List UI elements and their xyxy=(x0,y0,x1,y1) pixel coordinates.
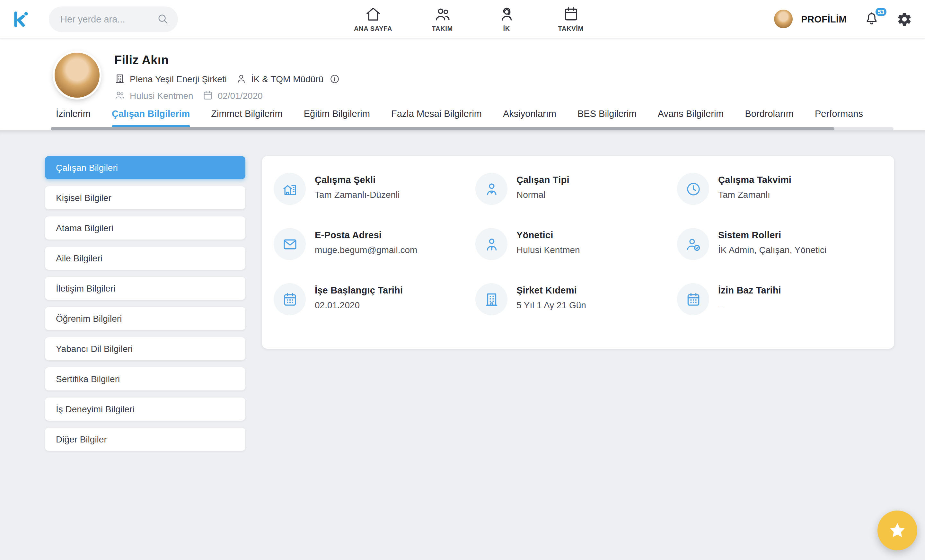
tab-performans[interactable]: Performans xyxy=(815,108,863,127)
manager-people-icon xyxy=(114,90,125,101)
settings-button[interactable] xyxy=(897,11,912,27)
company-building-icon xyxy=(114,73,125,84)
system-roles-icon xyxy=(677,228,709,260)
manager-name: Hulusi Kentmen xyxy=(130,90,193,101)
home-icon xyxy=(365,6,381,23)
info-label: Çalışma Şekli xyxy=(315,175,400,185)
company-seniority-icon xyxy=(475,283,508,315)
app-logo[interactable] xyxy=(11,9,30,29)
info-label: Yönetici xyxy=(517,230,580,240)
topbar-avatar xyxy=(774,10,793,28)
star-icon xyxy=(888,521,907,540)
side-item-foreign-language-info[interactable]: Yabancı Dil Bilgileri xyxy=(45,337,246,360)
profile-summary: Filiz Akın Plena Yeşil Enerji Şirketi İK… xyxy=(54,53,925,101)
info-item-company-seniority: Şirket Kıdemi 5 Yıl 1 Ay 21 Gün xyxy=(475,283,677,315)
app-window: ANA SAYFA TAKIM İK TAKVİM PROFİLİM xyxy=(0,0,925,560)
side-item-work-experience-info[interactable]: İş Deneyimi Bilgileri xyxy=(45,397,246,421)
info-item-work-schedule: Çalışma Takvimi Tam Zamanlı xyxy=(677,173,879,205)
info-label: Sistem Rolleri xyxy=(718,230,826,240)
info-value: İK Admin, Çalışan, Yönetici xyxy=(718,245,826,255)
tab-fazla-mesai-bilgilerim[interactable]: Fazla Mesai Bilgilerim xyxy=(391,108,482,127)
work-schedule-clock-icon xyxy=(677,173,709,205)
side-item-other-info[interactable]: Diğer Bilgiler xyxy=(45,428,246,451)
info-value: 02.01.2020 xyxy=(315,300,403,310)
employee-type-icon xyxy=(475,173,508,205)
main-nav: ANA SAYFA TAKIM İK TAKVİM xyxy=(354,0,585,39)
info-value: Tam Zamanlı-Düzenli xyxy=(315,190,400,200)
nav-team[interactable]: TAKIM xyxy=(428,6,456,32)
side-item-assignment-info[interactable]: Atama Bilgileri xyxy=(45,217,246,239)
tab-avans-bilgilerim[interactable]: Avans Bilgilerim xyxy=(658,108,724,127)
profile-avatar[interactable] xyxy=(54,53,99,98)
nav-home-label: ANA SAYFA xyxy=(354,25,392,32)
info-item-email: E-Posta Adresi muge.begum@gmail.com xyxy=(274,228,475,260)
info-value: 5 Yıl 1 Ay 21 Gün xyxy=(517,300,586,310)
side-item-contact-info[interactable]: İletişim Bilgileri xyxy=(45,277,246,300)
nav-team-label: TAKIM xyxy=(432,25,453,32)
manager-icon xyxy=(475,228,508,260)
nav-calendar[interactable]: TAKVİM xyxy=(557,6,585,32)
nav-calendar-label: TAKVİM xyxy=(558,25,584,32)
topbar-right: PROFİLİM 53 xyxy=(774,10,912,28)
nav-hr-label: İK xyxy=(503,25,510,32)
info-label: İşe Başlangıç Tarihi xyxy=(315,285,403,295)
side-item-employee-info[interactable]: Çalışan Bilgileri xyxy=(45,156,246,179)
info-value: Normal xyxy=(517,190,569,200)
info-label: E-Posta Adresi xyxy=(315,230,417,240)
tab-izinlerim[interactable]: İzinlerim xyxy=(56,108,90,127)
info-item-leave-base-date: İzin Baz Tarihi – xyxy=(677,283,879,315)
info-label: Şirket Kıdemi xyxy=(517,285,586,295)
job-title-icon xyxy=(236,73,247,84)
company-name: Plena Yeşil Enerji Şirketi xyxy=(130,74,227,84)
info-value: Tam Zamanlı xyxy=(718,190,791,200)
hire-date-calendar-icon xyxy=(202,90,213,101)
nav-hr[interactable]: İK xyxy=(493,6,521,32)
email-icon xyxy=(274,228,306,260)
global-search xyxy=(49,6,178,32)
notifications-button[interactable]: 53 xyxy=(864,11,880,27)
side-item-family-info[interactable]: Aile Bilgileri xyxy=(45,247,246,270)
calendar-icon xyxy=(562,6,579,23)
info-value: Hulusi Kentmen xyxy=(517,245,580,255)
side-item-certificate-info[interactable]: Sertifika Bilgileri xyxy=(45,367,246,390)
search-icon xyxy=(157,12,169,25)
info-item-system-roles: Sistem Rolleri İK Admin, Çalışan, Yöneti… xyxy=(677,228,879,260)
info-item-work-mode: Çalışma Şekli Tam Zamanlı-Düzenli xyxy=(274,173,475,205)
side-item-personal-info[interactable]: Kişisel Bilgiler xyxy=(45,186,246,209)
tab-calisan-bilgilerim[interactable]: Çalışan Bilgilerim xyxy=(112,108,190,127)
app-logo-icon xyxy=(11,9,30,29)
info-label: Çalışan Tipi xyxy=(517,175,569,185)
tab-aksiyonlarim[interactable]: Aksiyonlarım xyxy=(503,108,556,127)
tab-bes-bilgilerim[interactable]: BES Bilgilerim xyxy=(577,108,637,127)
info-item-manager: Yönetici Hulusi Kentmen xyxy=(475,228,677,260)
tabs-scrollbar-thumb[interactable] xyxy=(51,127,835,130)
info-icon[interactable] xyxy=(329,74,339,84)
hr-headset-icon xyxy=(498,6,515,23)
profile-menu-label: PROFİLİM xyxy=(801,14,847,24)
profile-menu[interactable]: PROFİLİM xyxy=(774,10,847,28)
tabs-scrollbar-track xyxy=(51,127,893,130)
gear-icon xyxy=(897,11,912,27)
profile-header: Filiz Akın Plena Yeşil Enerji Şirketi İK… xyxy=(0,39,925,130)
side-item-education-info[interactable]: Öğrenim Bilgileri xyxy=(45,307,246,330)
team-icon xyxy=(434,6,450,23)
content-area: Çalışan Bilgileri Kişisel Bilgiler Atama… xyxy=(0,130,925,560)
topbar: ANA SAYFA TAKIM İK TAKVİM PROFİLİM xyxy=(0,0,925,39)
info-item-start-date: İşe Başlangıç Tarihi 02.01.2020 xyxy=(274,283,475,315)
tab-zimmet-bilgilerim[interactable]: Zimmet Bilgilerim xyxy=(211,108,282,127)
info-label: İzin Baz Tarihi xyxy=(718,285,781,295)
info-label: Çalışma Takvimi xyxy=(718,175,791,185)
leave-base-calendar-icon xyxy=(677,283,709,315)
work-mode-icon xyxy=(274,173,306,205)
info-value: – xyxy=(718,300,781,310)
tab-bordrolarim[interactable]: Bordrolarım xyxy=(745,108,794,127)
nav-home[interactable]: ANA SAYFA xyxy=(354,6,392,32)
star-fab[interactable] xyxy=(877,510,917,550)
notification-badge: 53 xyxy=(874,6,888,17)
tab-egitim-bilgilerim[interactable]: Eğitim Bilgilerim xyxy=(304,108,370,127)
start-date-calendar-icon xyxy=(274,283,306,315)
employee-info-grid: Çalışma Şekli Tam Zamanlı-Düzenli Çalışa… xyxy=(274,173,879,315)
hire-date: 02/01/2020 xyxy=(218,90,263,101)
profile-meta-secondary: Hulusi Kentmen 02/01/2020 xyxy=(114,90,339,101)
job-title: İK & TQM Müdürü xyxy=(251,74,324,84)
